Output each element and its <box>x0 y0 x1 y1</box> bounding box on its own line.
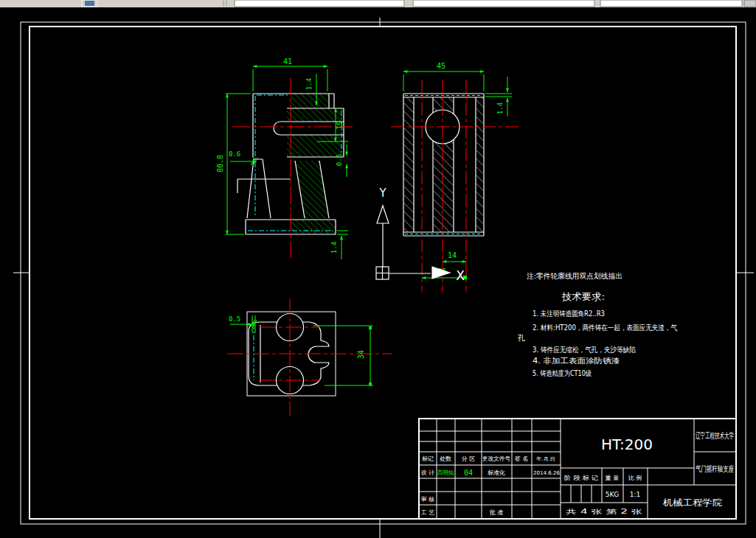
layer-dropdown[interactable] <box>235 0 404 7</box>
side-hatch-right <box>476 97 483 232</box>
header-date: 年.月.日 <box>536 456 555 462</box>
header-sign: 签 名 <box>515 455 529 462</box>
dim-top-depth: 34 <box>357 350 365 359</box>
scale-value: 1:1 <box>630 491 640 498</box>
weight-value: 5KG <box>606 491 620 498</box>
lineweight-dropdown[interactable] <box>744 0 756 7</box>
dim-top-wall-gap: 0.5 <box>229 315 240 323</box>
linetype-dropdown[interactable] <box>600 0 742 7</box>
dim-front-wall-thickness: 0.6 <box>229 150 240 158</box>
front-hatch-base <box>291 220 336 234</box>
department-name: 机械工程学院 <box>662 497 722 508</box>
stage-label: 阶 段 标 记 <box>564 475 598 481</box>
req-4: 4. 非加工表面涂防锈漆 <box>533 357 620 365</box>
part-name: 气门摇杆轴支座 <box>696 464 734 474</box>
scale-label: 比 例 <box>628 475 642 481</box>
material-spec: HT:200 <box>601 436 653 453</box>
university-name: 辽宁工程技术大学 <box>696 431 734 441</box>
layers-icon <box>85 1 94 6</box>
sheet-info: 共 4 张 第 2 张 <box>566 509 642 515</box>
contour-note: 注:零件轮廓线用双点划线描出 <box>527 272 623 280</box>
dim-front-fit-gap: 0.5 <box>336 154 343 166</box>
tech-requirements-title: 技术要求: <box>561 291 605 302</box>
req-3: 3. 铸件应无缩松，气孔，夹沙等缺陷 <box>533 346 636 354</box>
process-label: 工 艺 <box>421 509 435 516</box>
approve-label: 批 准 <box>490 509 504 516</box>
dim-front-width: 41 <box>283 57 292 66</box>
color-dropdown[interactable] <box>413 0 594 7</box>
cad-viewport: 41 1.4 19 0.5 80.8 0.6 1.4 45 1.4 14 25 <box>0 0 756 538</box>
req-2: 2. 材料:HT200，两件铸在一起，表面应无夹渣，气 <box>533 324 677 332</box>
doc-number: 04 <box>464 469 473 477</box>
dim-front-base-lip: 1.4 <box>330 242 338 254</box>
ucs-x-label: X <box>456 268 465 283</box>
toolbar <box>0 0 756 10</box>
dim-front-plate-thickness: 1.4 <box>305 78 313 90</box>
front-hatch-mid <box>287 135 344 157</box>
header-doc: 更改文件号 <box>482 455 510 462</box>
dim-front-total-height: 80.8 <box>216 155 224 172</box>
designer-name: 高明灿 <box>437 469 454 476</box>
standard-label: 标准化 <box>488 469 505 476</box>
weight-label: 重 量 <box>605 475 620 481</box>
header-mark: 标记 <box>422 455 434 462</box>
dim-side-hole-offset: 14 <box>448 251 457 259</box>
audit-label: 审 核 <box>421 496 435 503</box>
header-zone: 分 区 <box>462 455 476 462</box>
req-1: 1. 未注明铸造圆角R2..R3 <box>533 310 605 318</box>
dim-side-width: 45 <box>437 62 445 70</box>
dim-side-plate-thickness: 1.4 <box>496 102 504 114</box>
req-2-cont: 孔 <box>517 334 525 342</box>
toolbar-edge <box>0 7 756 10</box>
design-label: 设 计 <box>421 469 435 476</box>
drawing-canvas <box>0 0 756 538</box>
side-hatch-left <box>404 97 414 232</box>
req-5: 5. 铸造精度为CT10级 <box>533 369 592 377</box>
ucs-y-label: Y <box>378 186 386 200</box>
design-date: 2014.6.26 <box>533 470 561 476</box>
dim-front-hole-height: 19 <box>336 121 344 130</box>
header-count: 处数 <box>440 455 451 462</box>
